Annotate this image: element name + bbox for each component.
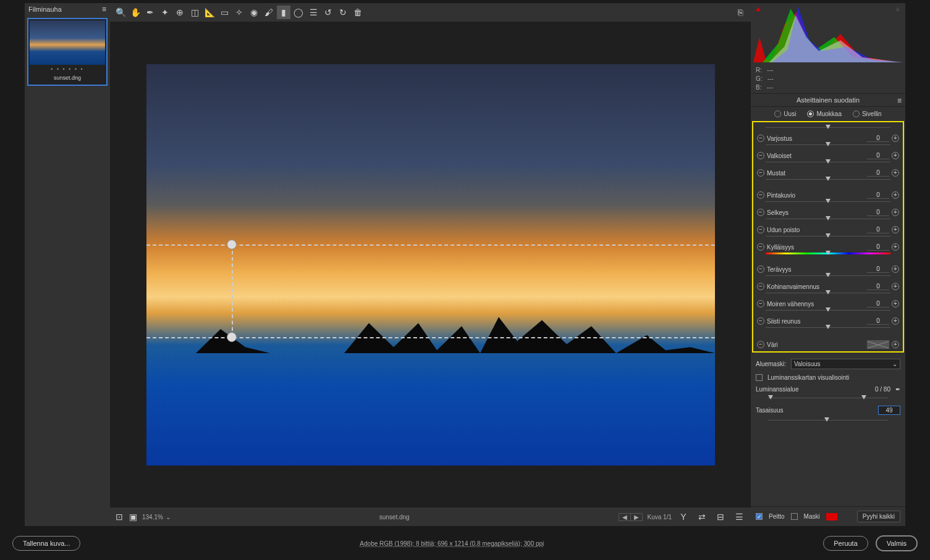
save-image-button[interactable]: Tallenna kuva...: [12, 536, 80, 551]
slider-value[interactable]: 0: [867, 243, 889, 251]
minus-icon[interactable]: −: [757, 265, 764, 273]
slider-value[interactable]: 0: [867, 317, 889, 325]
linear-gradient-icon[interactable]: ▮: [277, 6, 290, 19]
slider-value[interactable]: 0: [867, 152, 889, 159]
trash-icon[interactable]: 🗑: [351, 6, 365, 19]
slider-value[interactable]: 0: [867, 300, 889, 307]
cancel-button[interactable]: Peruuta: [823, 536, 868, 551]
slider-track[interactable]: [766, 273, 890, 279]
settings-icon[interactable]: ☰: [732, 510, 746, 524]
plus-icon[interactable]: +: [892, 152, 899, 159]
minus-icon[interactable]: −: [757, 243, 764, 251]
minus-icon[interactable]: −: [757, 300, 764, 307]
overlay-checkbox[interactable]: ✓: [756, 513, 763, 520]
mode-new-radio[interactable]: Uusi: [774, 111, 796, 117]
viz-checkbox[interactable]: [756, 374, 763, 381]
mode-brush-radio[interactable]: Sivellin: [853, 111, 882, 117]
filmstrip-menu-icon[interactable]: ≡: [102, 5, 106, 14]
minus-icon[interactable]: −: [757, 152, 764, 159]
zoom-dropdown-icon[interactable]: ⌄: [166, 514, 171, 520]
slider-value[interactable]: 0: [867, 191, 889, 199]
minus-icon[interactable]: −: [757, 191, 764, 199]
clear-all-button[interactable]: Pyyhi kaikki: [857, 511, 900, 522]
minus-icon[interactable]: −: [757, 283, 764, 290]
image-canvas[interactable]: [146, 64, 715, 466]
swap-icon[interactable]: ⇄: [695, 510, 709, 524]
plus-icon[interactable]: +: [892, 169, 899, 177]
minus-icon[interactable]: −: [757, 169, 764, 177]
plus-icon[interactable]: +: [892, 243, 899, 251]
color-sampler-icon[interactable]: ✦: [158, 6, 172, 19]
panel-menu-icon[interactable]: ≡: [897, 96, 902, 105]
redeye-icon[interactable]: ◉: [247, 6, 261, 19]
footer-metadata[interactable]: Adobe RGB (1998); 8 bittiä; 696 x 1214 (…: [88, 540, 816, 547]
brush-icon[interactable]: 🖌: [262, 6, 276, 19]
straighten-icon[interactable]: 📐: [203, 6, 216, 19]
open-copy-icon[interactable]: ⎘: [733, 6, 747, 19]
mode-edit-radio[interactable]: Muokkaa: [807, 111, 842, 117]
minus-icon[interactable]: −: [757, 317, 764, 325]
next-image-icon[interactable]: ▶: [631, 514, 642, 520]
color-swatch[interactable]: [867, 340, 889, 349]
plus-icon[interactable]: +: [892, 317, 899, 325]
smoothness-slider[interactable]: [768, 417, 888, 424]
slider-track[interactable]: [766, 233, 890, 240]
mask-color-chip[interactable]: [826, 513, 837, 520]
spot-heal-icon[interactable]: ✧: [232, 6, 246, 19]
slider-value[interactable]: 0: [867, 135, 889, 142]
histogram[interactable]: ▲ ▲: [751, 3, 905, 65]
zoom-tool-icon[interactable]: 🔍: [114, 6, 127, 19]
slider-track[interactable]: [766, 177, 890, 183]
prev-image-icon[interactable]: ◀: [619, 514, 631, 520]
slider-track[interactable]: [766, 307, 890, 314]
canvas-area[interactable]: [110, 22, 751, 508]
slider-track[interactable]: [766, 159, 890, 165]
slider-track[interactable]: [766, 216, 890, 222]
grid-view-icon[interactable]: ⊡: [115, 512, 124, 521]
transform-icon[interactable]: ▭: [218, 6, 231, 19]
slider-track[interactable]: [766, 290, 890, 296]
slider-value[interactable]: 0: [867, 265, 889, 273]
rotate-ccw-icon[interactable]: ↺: [321, 6, 335, 19]
before-after-icon[interactable]: Y: [677, 510, 690, 524]
shadow-clip-icon[interactable]: ▲: [755, 4, 762, 13]
slider-track[interactable]: [766, 325, 890, 331]
plus-icon[interactable]: +: [892, 300, 899, 307]
slider-track[interactable]: [766, 199, 890, 205]
plus-icon[interactable]: +: [892, 265, 899, 273]
plus-icon[interactable]: +: [892, 226, 899, 233]
copy-settings-icon[interactable]: ⊟: [714, 510, 727, 524]
slider-value[interactable]: 0: [867, 169, 889, 177]
thumbnail[interactable]: • • • • • • sunset.dng: [27, 18, 108, 86]
slider-value[interactable]: 0: [867, 283, 889, 290]
slider-value[interactable]: 0: [867, 209, 889, 216]
eyedropper-icon[interactable]: ✒: [143, 6, 157, 19]
minus-icon[interactable]: −: [757, 226, 764, 233]
range-mask-dropdown[interactable]: Valoisuus ⌄: [791, 359, 900, 369]
plus-icon[interactable]: +: [892, 135, 899, 142]
plus-icon[interactable]: +: [892, 341, 899, 348]
gradient-handle-top[interactable]: [227, 240, 237, 249]
slider-track[interactable]: [766, 142, 890, 148]
minus-icon[interactable]: −: [757, 341, 764, 348]
smoothness-value[interactable]: 49: [878, 406, 900, 415]
gradient-handle-bottom[interactable]: [227, 332, 237, 342]
hand-tool-icon[interactable]: ✋: [129, 6, 142, 19]
plus-icon[interactable]: +: [892, 191, 899, 199]
single-view-icon[interactable]: ▣: [129, 512, 137, 521]
minus-icon[interactable]: −: [757, 209, 764, 216]
mask-checkbox[interactable]: [791, 513, 798, 520]
highlight-clip-icon[interactable]: ▲: [894, 4, 902, 13]
done-button[interactable]: Valmis: [876, 535, 918, 551]
minus-icon[interactable]: −: [757, 135, 764, 142]
slider-track[interactable]: [766, 251, 890, 257]
radial-gradient-icon[interactable]: ◯: [292, 6, 305, 19]
lum-range-slider[interactable]: [768, 395, 888, 401]
presets-icon[interactable]: ☰: [306, 6, 320, 19]
slider-value[interactable]: 0: [867, 226, 889, 233]
plus-icon[interactable]: +: [892, 209, 899, 216]
plus-icon[interactable]: +: [892, 283, 899, 290]
target-adjust-icon[interactable]: ⊕: [173, 6, 187, 19]
rotate-cw-icon[interactable]: ↻: [336, 6, 350, 19]
eyedropper-icon[interactable]: ✒: [895, 386, 900, 393]
